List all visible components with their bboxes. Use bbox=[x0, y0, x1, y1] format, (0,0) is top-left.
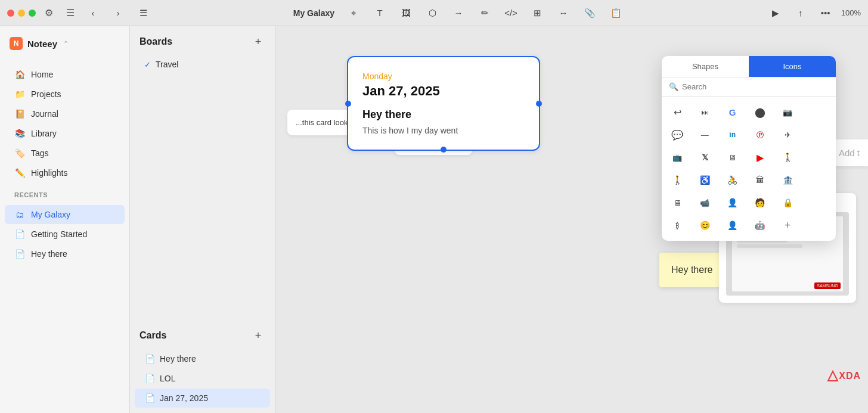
icon-google[interactable]: G bbox=[722, 101, 743, 123]
back-button[interactable]: ‹ bbox=[83, 4, 103, 23]
close-button[interactable] bbox=[7, 10, 14, 17]
add-card-button[interactable]: + bbox=[251, 328, 265, 343]
sidebar-item-journal[interactable]: 📔 Journal bbox=[5, 104, 125, 123]
icon-screen-share[interactable]: 🖥 bbox=[722, 147, 743, 168]
icon-bike[interactable]: 🚴 bbox=[722, 169, 743, 191]
attachment-icon[interactable]: 📎 bbox=[580, 4, 599, 23]
sidebar-item-library[interactable]: 📚 Library bbox=[5, 124, 125, 143]
play-button[interactable]: ▶ bbox=[766, 4, 785, 23]
icons-grid: ↩ ⏭ G ⬤ 📷 💬 — in ℗ ✈ 📺 𝕏 🖥 bbox=[662, 97, 836, 241]
icon-emoji[interactable]: 😊 bbox=[694, 215, 715, 236]
icon-x-twitter[interactable]: 𝕏 bbox=[694, 147, 715, 168]
xda-logo-icon bbox=[827, 370, 839, 382]
sidebar-item-tags[interactable]: 🏷️ Tags bbox=[5, 144, 125, 163]
canvas[interactable]: ...this card looks like ...ood Add t Mon… bbox=[275, 26, 868, 413]
canvas-content[interactable]: ...this card looks like ...ood Add t Mon… bbox=[275, 26, 868, 387]
icon-circle[interactable]: ⬤ bbox=[749, 101, 771, 123]
pen-icon[interactable]: ✏ bbox=[475, 4, 494, 23]
icon-person1[interactable]: 👤 bbox=[722, 192, 743, 213]
present-icon[interactable]: 📋 bbox=[606, 4, 625, 23]
sidebar-item-projects[interactable]: 📁 Projects bbox=[5, 85, 125, 104]
icon-user2[interactable]: 👤 bbox=[722, 215, 743, 236]
xda-watermark: XDA bbox=[827, 370, 861, 382]
card-item-hey-there-label: Hey there bbox=[160, 354, 196, 364]
sidebar-item-highlights[interactable]: ✏️ Highlights bbox=[5, 163, 125, 182]
icon-reply[interactable]: ↩ bbox=[666, 101, 688, 123]
gear-icon[interactable]: ⚙ bbox=[41, 5, 57, 21]
icon-lock[interactable]: 🔒 bbox=[777, 192, 798, 213]
my-galaxy-icon: 🗂 bbox=[14, 209, 25, 220]
sidebar-item-journal-label: Journal bbox=[31, 109, 58, 119]
sidebar-item-hey-there-label: Hey there bbox=[31, 249, 67, 259]
sidebar-item-getting-started-label: Getting Started bbox=[31, 229, 87, 239]
more-button[interactable]: ••• bbox=[816, 4, 835, 23]
card-item-lol[interactable]: 📄 LOL bbox=[135, 369, 270, 388]
sidebar-item-home[interactable]: 🏠 Home bbox=[5, 65, 125, 84]
board-item-travel[interactable]: ✓ Travel bbox=[135, 55, 270, 73]
icon-walk[interactable]: 🚶 bbox=[777, 147, 798, 168]
icon-instagram[interactable]: 📷 bbox=[777, 101, 798, 123]
icon-robot[interactable]: 🤖 bbox=[749, 215, 771, 236]
card-lol-icon: 📄 bbox=[144, 373, 155, 384]
icon-telegram[interactable]: ✈ bbox=[777, 124, 798, 145]
titlebar-right: ▶ ↑ ••• 100% bbox=[766, 4, 861, 23]
boards-header: Boards + bbox=[130, 26, 275, 55]
arrow-icon[interactable]: → bbox=[449, 4, 468, 23]
journal-heading: Hey there bbox=[362, 108, 525, 121]
hey-there-icon: 📄 bbox=[14, 249, 25, 259]
sidebar-item-hey-there[interactable]: 📄 Hey there bbox=[5, 244, 125, 263]
sidebar-toggle-icon[interactable]: ☰ bbox=[62, 5, 79, 21]
icon-chat[interactable]: 💬 bbox=[666, 124, 688, 145]
sidebar: N Noteey ⌃ 🏠 Home 📁 Projects 📔 Journal 📚 bbox=[0, 26, 130, 413]
projects-icon: 📁 bbox=[14, 89, 25, 100]
icon-bitcoin[interactable]: ₿ bbox=[666, 215, 688, 236]
fullscreen-button[interactable] bbox=[29, 10, 36, 17]
share-button[interactable]: ↑ bbox=[791, 4, 810, 23]
icon-pinterest[interactable]: ℗ bbox=[749, 124, 771, 145]
tab-icons[interactable]: Icons bbox=[749, 56, 836, 77]
sidebar-item-my-galaxy[interactable]: 🗂 My Galaxy bbox=[5, 205, 125, 224]
add-board-button[interactable]: + bbox=[251, 35, 265, 49]
cards-header: Cards + bbox=[130, 320, 275, 349]
image-icon[interactable]: 🖼 bbox=[396, 4, 416, 23]
list-view-button[interactable]: ☰ bbox=[134, 4, 153, 23]
board-panel: Boards + ✓ Travel Cards + 📄 Hey there 📄 … bbox=[130, 26, 275, 413]
icon-line[interactable]: — bbox=[694, 124, 715, 145]
code-icon[interactable]: </> bbox=[501, 4, 520, 23]
sidebar-item-getting-started[interactable]: 📄 Getting Started bbox=[5, 225, 125, 244]
text-icon[interactable]: T bbox=[370, 4, 389, 23]
icon-camera2[interactable]: 📹 bbox=[694, 192, 715, 213]
sticky-note-text: Hey there bbox=[671, 265, 712, 275]
card-jan27-icon: 📄 bbox=[144, 393, 155, 403]
zoom-level: 100% bbox=[841, 8, 861, 17]
journal-card[interactable]: Monday Jan 27, 2025 Hey there This is ho… bbox=[347, 56, 540, 151]
icon-forward-media[interactable]: ⏭ bbox=[694, 101, 715, 123]
library-icon: 📚 bbox=[14, 128, 25, 139]
shapes-icon[interactable]: ⬡ bbox=[423, 4, 442, 23]
icon-walk2[interactable]: 🚶 bbox=[666, 169, 688, 191]
icon-person2[interactable]: 🧑 bbox=[749, 192, 771, 213]
measure-icon[interactable]: ↔ bbox=[554, 4, 573, 23]
minimize-button[interactable] bbox=[18, 10, 25, 17]
forward-button[interactable]: › bbox=[108, 4, 128, 23]
cursor-icon[interactable]: ⌖ bbox=[344, 4, 363, 23]
search-input[interactable] bbox=[682, 82, 829, 91]
journal-day: Monday bbox=[362, 72, 525, 81]
icon-linkedin[interactable]: in bbox=[722, 124, 743, 145]
card-item-hey-there[interactable]: 📄 Hey there bbox=[135, 349, 270, 368]
icon-building1[interactable]: 🏛 bbox=[749, 169, 771, 191]
board-item-travel-label: Travel bbox=[156, 60, 178, 69]
icon-wheelchair[interactable]: ♿ bbox=[694, 169, 715, 191]
icon-youtube[interactable]: ▶ bbox=[749, 147, 771, 168]
icon-add-more[interactable]: + bbox=[777, 215, 798, 236]
journal-icon: 📔 bbox=[14, 108, 25, 119]
card-item-jan27[interactable]: 📄 Jan 27, 2025 bbox=[135, 389, 270, 408]
tab-shapes[interactable]: Shapes bbox=[662, 56, 749, 77]
app-brand[interactable]: N Noteey ⌃ bbox=[10, 33, 120, 54]
frame-icon[interactable]: ⊞ bbox=[528, 4, 547, 23]
icon-monitor[interactable]: 🖥 bbox=[666, 192, 688, 213]
icon-twitch[interactable]: 📺 bbox=[666, 147, 688, 168]
recents-nav: 🗂 My Galaxy 📄 Getting Started 📄 Hey ther… bbox=[0, 201, 129, 268]
icon-building2[interactable]: 🏦 bbox=[777, 169, 798, 191]
cards-section: Cards + 📄 Hey there 📄 LOL 📄 Jan 27, 2025 bbox=[130, 320, 275, 413]
